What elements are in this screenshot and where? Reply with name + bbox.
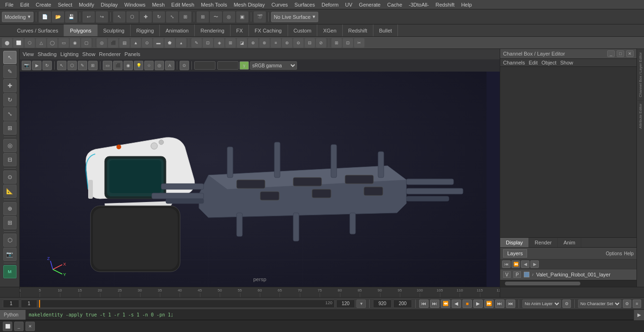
- tab-animation[interactable]: Animation: [160, 24, 195, 36]
- measure-btn[interactable]: 📐: [3, 185, 17, 198]
- soft-select-btn[interactable]: ◎: [3, 139, 17, 152]
- layers-help-menu[interactable]: Help: [624, 251, 634, 256]
- vp-gamma-select[interactable]: sRGB gamma: [250, 61, 297, 70]
- vp-loop-btn[interactable]: ↻: [42, 61, 52, 70]
- layers-forward-btn[interactable]: ▶: [530, 260, 539, 268]
- torus-btn[interactable]: ◯: [47, 38, 58, 48]
- tab-custom[interactable]: Custom: [288, 24, 318, 36]
- vp-num1[interactable]: 0.00: [194, 61, 215, 70]
- menu-windows[interactable]: Windows: [121, 1, 149, 8]
- vp-isolate-btn[interactable]: ⊙: [180, 61, 189, 70]
- cam-tools-btn[interactable]: 📷: [3, 248, 17, 261]
- viewport-menu-renderer[interactable]: Renderer: [99, 51, 121, 57]
- window-close-btn[interactable]: ✕: [25, 322, 35, 331]
- char-set-extra[interactable]: ≡: [633, 300, 641, 308]
- menu-help[interactable]: Help: [458, 1, 475, 8]
- layers-prev-btn[interactable]: ⏪: [512, 260, 520, 268]
- pb-step-back[interactable]: ⏭: [430, 300, 439, 308]
- vp-lasso-btn[interactable]: ⬡: [67, 61, 77, 70]
- timeline-content[interactable]: 1510152025303540455055606570758085909510…: [20, 287, 500, 297]
- menu-surfaces[interactable]: Surfaces: [291, 1, 318, 8]
- menu-file[interactable]: File: [2, 1, 17, 8]
- symmetry-btn[interactable]: ⊟: [3, 153, 17, 166]
- live-surface-dropdown[interactable]: No Live Surface ▾: [271, 12, 318, 22]
- vp-wireframe-btn[interactable]: ▭: [103, 61, 112, 70]
- cyl-btn[interactable]: ⬡: [25, 38, 35, 48]
- tab-curves-surfaces[interactable]: Curves / Surfaces: [11, 24, 64, 36]
- window-min-btn[interactable]: _: [14, 322, 24, 331]
- tab-rigging[interactable]: Rigging: [131, 24, 160, 36]
- horizontal-scrollbar[interactable]: [500, 280, 636, 287]
- menu-generate[interactable]: Generate: [355, 1, 384, 8]
- scale-tool[interactable]: ⤡: [166, 11, 178, 23]
- window-icon[interactable]: ⬜: [3, 322, 12, 331]
- cb-menu-object[interactable]: Object: [541, 60, 556, 65]
- vp-grid-btn[interactable]: ⊞: [88, 61, 98, 70]
- command-input[interactable]: [26, 310, 634, 320]
- pyramid-ico[interactable]: ▴: [176, 38, 186, 48]
- redo-btn[interactable]: ↪: [96, 11, 108, 23]
- crease-ico[interactable]: ≡: [271, 38, 281, 48]
- range-end-field[interactable]: [336, 300, 355, 308]
- render-region-btn[interactable]: ⬡: [3, 234, 17, 247]
- command-run-btn[interactable]: ▶: [634, 310, 644, 320]
- start-frame-field[interactable]: [21, 300, 37, 308]
- pb-step-fwd[interactable]: ⏭: [495, 300, 504, 308]
- viewport-menu-shading[interactable]: Shading: [38, 51, 57, 57]
- anim-layer-settings[interactable]: ⚙: [562, 300, 571, 308]
- viewport-menu-panels[interactable]: Panels: [124, 51, 140, 57]
- pb-back-btn[interactable]: ◀: [452, 300, 461, 308]
- menu-edit-mesh[interactable]: Edit Mesh: [168, 1, 198, 8]
- pb-skip-fwd[interactable]: ⏮: [506, 300, 515, 308]
- char-set-select[interactable]: No Character Set: [578, 300, 621, 308]
- transform-tool[interactable]: ⊞: [179, 11, 191, 23]
- cube-btn[interactable]: ⬜: [13, 38, 24, 48]
- open-btn[interactable]: 📂: [52, 11, 64, 23]
- vtab-attribute-editor[interactable]: Attribute Editor: [637, 100, 644, 131]
- cb-menu-show[interactable]: Show: [560, 60, 573, 65]
- sphere-ico[interactable]: ◎: [97, 38, 107, 48]
- vp-paint-btn[interactable]: ✎: [78, 61, 87, 70]
- render-btn[interactable]: 🎬: [254, 11, 266, 23]
- tab-sculpting[interactable]: Sculpting: [98, 24, 131, 36]
- scale-btn[interactable]: ⤡: [3, 107, 17, 121]
- cb-tab-render[interactable]: Render: [529, 238, 558, 247]
- cone-ico[interactable]: ▲: [131, 38, 141, 48]
- mini-timeline[interactable]: 120: [39, 300, 335, 308]
- smooth-ico[interactable]: ⊛: [282, 38, 292, 48]
- channel-box-close-btn[interactable]: ✕: [626, 50, 634, 57]
- vp-smooth-btn[interactable]: ◎: [155, 61, 164, 70]
- char-set-settings[interactable]: ⚙: [623, 300, 631, 308]
- channel-box-max-btn[interactable]: □: [617, 50, 624, 57]
- range-start-field[interactable]: [373, 300, 392, 308]
- menu-3dtool[interactable]: -3DtoAll-: [405, 1, 432, 8]
- tab-fx[interactable]: FX: [231, 24, 249, 36]
- cb-menu-channels[interactable]: Channels: [503, 60, 525, 65]
- sphere-poly-btn[interactable]: ⬤: [2, 38, 12, 48]
- rotate-tool[interactable]: ↻: [153, 11, 165, 23]
- vp-aa-btn[interactable]: A: [165, 61, 174, 70]
- menu-edit[interactable]: Edit: [17, 1, 33, 8]
- cut-ico[interactable]: ✂: [354, 38, 364, 48]
- menu-create[interactable]: Create: [33, 1, 55, 8]
- pb-play-btn[interactable]: ▶: [473, 300, 483, 308]
- scrollbar-thumb[interactable]: [505, 282, 580, 285]
- move-tool[interactable]: ✚: [140, 11, 152, 23]
- disc-btn[interactable]: ◉: [70, 38, 80, 48]
- save-btn[interactable]: 💾: [65, 11, 77, 23]
- snap-surface[interactable]: ▣: [236, 11, 248, 23]
- layers-tab-label[interactable]: Layers: [503, 249, 527, 258]
- undo-btn[interactable]: ↩: [83, 11, 95, 23]
- vp-sel-btn[interactable]: ↖: [57, 61, 66, 70]
- layer-name[interactable]: Valet_Parking_Robot_001_layer: [536, 272, 611, 277]
- vp-lighting-btn[interactable]: 💡: [134, 61, 143, 70]
- uv-ico[interactable]: ⊞: [331, 38, 342, 48]
- select-mode-btn[interactable]: ↖: [3, 51, 17, 64]
- cyl-ico[interactable]: ▤: [119, 38, 130, 48]
- vp-play-btn[interactable]: ▶: [32, 61, 41, 70]
- snap-grid[interactable]: ⊞: [197, 11, 209, 23]
- menu-cache[interactable]: Cache: [384, 1, 405, 8]
- menu-mesh-display[interactable]: Mesh Display: [231, 1, 268, 8]
- bool-ico[interactable]: ⊗: [259, 38, 270, 48]
- viewport-menu-view[interactable]: View: [23, 51, 34, 57]
